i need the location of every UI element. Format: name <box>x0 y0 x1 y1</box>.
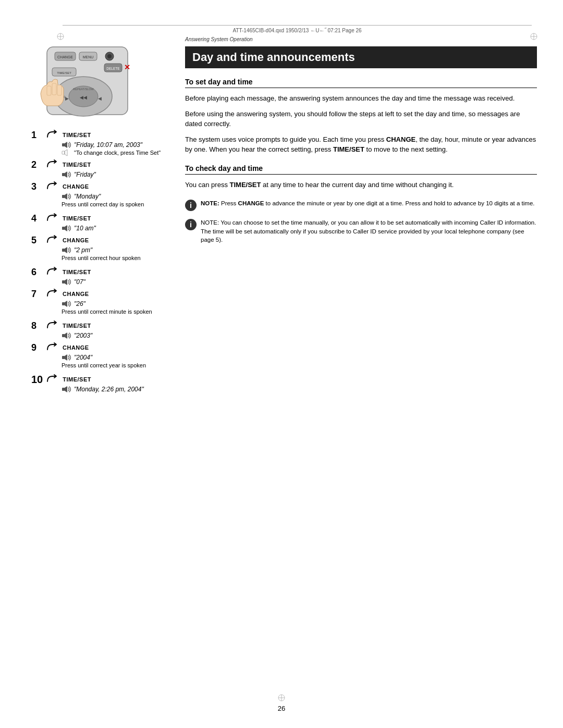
step-num-1: 1 <box>31 130 43 140</box>
step-num-8: 8 <box>31 321 43 330</box>
spoken-row-1: "Friday, 10:07 am, 2003" <box>62 141 172 149</box>
press-note-5: Press until correct hour spoken <box>62 255 172 261</box>
step-num-2: 2 <box>31 160 43 169</box>
step-num-9: 9 <box>31 343 43 352</box>
speaker-icon-9 <box>62 354 72 361</box>
spoken-row-4: "10 am" <box>62 225 172 232</box>
page-title-bar: Day and time announcements <box>185 46 537 68</box>
svg-text:CHANGE: CHANGE <box>57 55 73 59</box>
press-note-9: Press until correct year is spoken <box>62 362 172 368</box>
step-num-4: 4 <box>31 214 43 223</box>
step-btn-icon-2 <box>45 159 60 170</box>
section-label: Answering System Operation <box>185 36 537 42</box>
svg-rect-36 <box>62 249 65 252</box>
sub-spoken-row-1: "To change clock, press Time Set" <box>62 149 172 156</box>
press-note-3: Press until correct day is spoken <box>62 201 172 207</box>
spoken-row-10: "Monday, 2:26 pm, 2004" <box>62 386 172 393</box>
page-container: ATT-1465CIB-d04.qxd 1950/2/13 ←U←˝ 07:21… <box>0 0 563 728</box>
note-box-1: i NOTE: Press CHANGE to advance the minu… <box>185 199 537 211</box>
step-7: 7 CHANGE "26"Press until correct minute … <box>31 288 172 318</box>
speaker-icon-2 <box>62 171 72 178</box>
section1: To set day and time Before playing each … <box>185 78 537 155</box>
svg-rect-38 <box>62 302 65 305</box>
step-btn-icon-1 <box>45 129 60 141</box>
step-btn-icon-9 <box>45 342 60 353</box>
step-btn-icon-7 <box>45 288 60 300</box>
timeset-bold2: TIME/SET <box>230 181 261 189</box>
step-label-1: TIME/SET <box>63 132 91 138</box>
sub-spoken-text-1: "To change clock, press Time Set" <box>74 150 161 156</box>
step-num-5: 5 <box>31 236 43 245</box>
spoken-text-3: "Monday" <box>74 193 101 200</box>
svg-text:REPEAT/SLOW: REPEAT/SLOW <box>73 88 94 91</box>
steps-container: 1 TIME/SET "Friday, 10:07 am, 2003" "To … <box>31 129 172 393</box>
speaker-icon-1 <box>62 141 72 149</box>
step-9: 9 CHANGE "2004"Press until correct year … <box>31 342 172 372</box>
spoken-text-2: "Friday" <box>74 171 96 178</box>
svg-rect-33 <box>62 173 65 176</box>
note-text-2: NOTE: You can choose to set the time man… <box>201 218 537 244</box>
step-row-8: 8 TIME/SET <box>31 320 172 331</box>
note-text-1: NOTE: Press CHANGE to advance the minute… <box>201 199 537 208</box>
step-label-5: CHANGE <box>63 237 89 243</box>
step-3: 3 CHANGE "Monday"Press until correct day… <box>31 181 172 211</box>
step-1: 1 TIME/SET "Friday, 10:07 am, 2003" "To … <box>31 129 172 156</box>
svg-point-15 <box>107 54 112 58</box>
step-row-9: 9 CHANGE <box>31 342 172 353</box>
step-num-7: 7 <box>31 289 43 299</box>
svg-rect-29 <box>52 83 56 95</box>
step-label-9: CHANGE <box>63 344 89 351</box>
press-note-7: Press until correct minute is spoken <box>62 309 172 315</box>
step-btn-icon-8 <box>45 320 60 331</box>
step-num-3: 3 <box>31 182 43 191</box>
step-label-4: TIME/SET <box>63 215 91 221</box>
page-number: 26 <box>278 705 285 712</box>
step-2: 2 TIME/SET "Friday" <box>31 159 172 178</box>
svg-text:◀: ◀ <box>98 96 102 101</box>
spoken-row-3: "Monday" <box>62 193 172 200</box>
section2: To check day and time You can press TIME… <box>185 164 537 190</box>
spoken-text-5: "2 pm" <box>74 246 92 254</box>
spoken-text-9: "2004" <box>74 354 92 361</box>
step-label-6: TIME/SET <box>63 269 91 275</box>
svg-text:MENU: MENU <box>83 55 94 59</box>
step-btn-icon-5 <box>45 235 60 246</box>
section1-para1: Before playing each message, the answeri… <box>185 93 537 104</box>
note-change-bold: CHANGE <box>238 200 264 206</box>
step-row-4: 4 TIME/SET <box>31 213 172 224</box>
speaker-icon-7 <box>62 300 72 307</box>
svg-rect-28 <box>47 86 51 95</box>
spoken-row-7: "26" <box>62 300 172 307</box>
svg-text:✕: ✕ <box>124 63 130 71</box>
reg-mark-bottom <box>277 694 286 702</box>
spoken-text-7: "26" <box>74 300 85 307</box>
svg-rect-41 <box>62 388 65 391</box>
speaker-icon-8 <box>62 332 72 339</box>
step-row-10: 10 TIME/SET <box>31 374 172 385</box>
step-label-8: TIME/SET <box>63 323 91 329</box>
step-btn-icon-4 <box>45 213 60 224</box>
svg-rect-35 <box>62 227 65 230</box>
step-5: 5 CHANGE "2 pm"Press until correct hour … <box>31 235 172 264</box>
spoken-text-6: "07" <box>74 278 85 286</box>
device-image: CHANGE MENU DELETE ✕ TIME/SET REPEAT/SLO… <box>36 42 136 120</box>
header-text: ATT-1465CIB-d04.qxd 1950/2/13 ←U←˝ 07:21… <box>232 28 361 33</box>
step-row-2: 2 TIME/SET <box>31 159 172 170</box>
step-8: 8 TIME/SET "2003" <box>31 320 172 339</box>
step-row-1: 1 TIME/SET <box>31 129 172 141</box>
step-10: 10 TIME/SET "Monday, 2:26 pm, 2004" <box>31 374 172 393</box>
section1-heading: To set day and time <box>185 78 537 88</box>
right-column: Answering System Operation Day and time … <box>185 36 537 252</box>
svg-text:▶: ▶ <box>65 96 69 101</box>
svg-rect-30 <box>57 85 62 95</box>
spoken-text-4: "10 am" <box>74 225 96 232</box>
step-row-7: 7 CHANGE <box>31 288 172 300</box>
step-label-2: TIME/SET <box>63 162 91 168</box>
page-title: Day and time announcements <box>192 51 355 64</box>
change-bold: CHANGE <box>386 135 415 143</box>
timeset-bold: TIME/SET <box>333 145 364 153</box>
step-label-7: CHANGE <box>63 291 89 297</box>
svg-text:TIME/SET: TIME/SET <box>57 71 71 75</box>
section2-para: You can press TIME/SET at any time to he… <box>185 180 537 190</box>
spoken-row-2: "Friday" <box>62 171 172 178</box>
